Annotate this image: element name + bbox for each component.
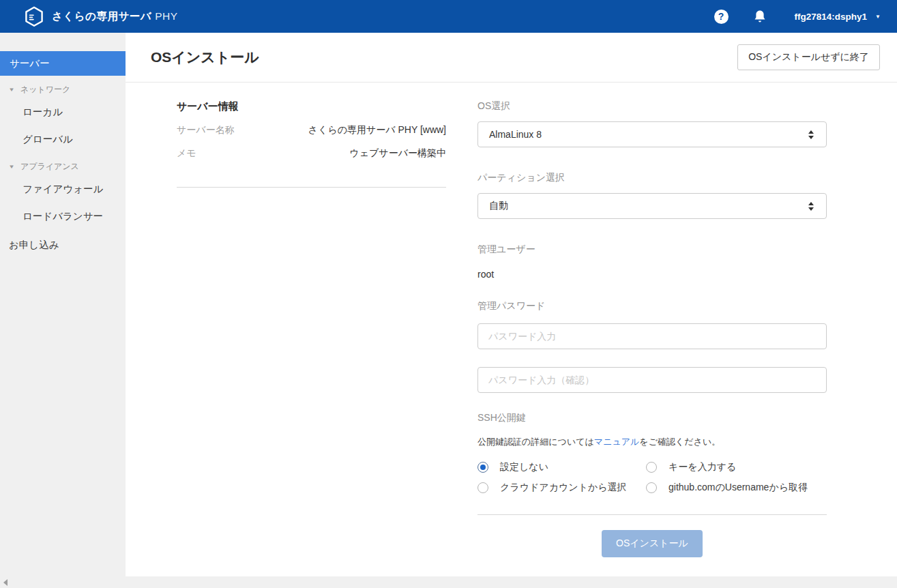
sidebar: サーバー ▼ ネットワーク ローカル グローバル ▼ アプライアンス ファイアウ… <box>0 33 126 576</box>
server-info-panel: サーバー情報 サーバー名称 さくらの専用サーバ PHY [www] メモ ウェブ… <box>177 100 446 557</box>
account-menu[interactable]: ffg27814:dsphy1 ▼ <box>795 12 881 22</box>
ssh-note-text: をご確認ください。 <box>639 437 720 447</box>
app-title: さくらの専用サーバPHY <box>52 10 178 24</box>
ssh-note-text: 公開鍵認証の詳細については <box>477 437 594 447</box>
select-spinner-icon <box>808 130 814 139</box>
sidebar-item-loadbalancer[interactable]: ロードバランサー <box>0 203 126 230</box>
server-memo-value: ウェブサーバー構築中 <box>349 147 446 160</box>
server-info-heading: サーバー情報 <box>177 100 446 113</box>
sidebar-item-label: サーバー <box>10 57 50 70</box>
ssh-option-none[interactable]: 設定しない <box>477 461 646 473</box>
sidebar-item-label: お申し込み <box>9 239 59 252</box>
password-confirm-input[interactable] <box>477 367 827 393</box>
caret-down-icon: ▼ <box>8 87 15 93</box>
scroll-left-arrow-icon[interactable] <box>3 579 8 586</box>
page-header: OSインストール OSインストールせずに終了 <box>126 33 897 83</box>
form-divider <box>477 514 827 515</box>
ssh-option-enter-key[interactable]: キーを入力する <box>646 461 827 473</box>
chevron-down-icon: ▼ <box>875 14 881 20</box>
admin-user-label: 管理ユーザー <box>477 244 827 256</box>
ssh-key-label: SSH公開鍵 <box>477 412 827 424</box>
help-icon[interactable]: ? <box>714 10 729 24</box>
ssh-key-options: 設定しない キーを入力する クラウドアカウントから選択 github.comのU… <box>477 461 827 494</box>
sidebar-item-label: ロードバランサー <box>23 210 103 223</box>
server-name-value: さくらの専用サーバ PHY [www] <box>308 124 446 136</box>
sidebar-group-label: アプライアンス <box>20 161 79 173</box>
exit-without-install-button[interactable]: OSインストールせずに終了 <box>737 44 880 70</box>
app-header: さくらの専用サーバPHY ? ffg27814:dsphy1 ▼ <box>0 0 897 33</box>
page-content: サーバー情報 サーバー名称 さくらの専用サーバ PHY [www] メモ ウェブ… <box>126 83 897 557</box>
password-input[interactable] <box>477 323 827 349</box>
app-logo[interactable] <box>25 6 44 27</box>
sidebar-item-label: グローバル <box>23 133 73 146</box>
sidebar-group-network[interactable]: ▼ ネットワーク <box>0 80 126 98</box>
caret-down-icon: ▼ <box>8 164 15 170</box>
select-spinner-icon <box>808 202 814 211</box>
sidebar-item-server[interactable]: サーバー <box>0 51 126 76</box>
ssh-option-cloud-account[interactable]: クラウドアカウントから選択 <box>477 482 646 494</box>
manual-link[interactable]: マニュアル <box>594 437 640 447</box>
sidebar-group-label: ネットワーク <box>20 84 70 95</box>
partition-select[interactable]: 自動 <box>477 193 827 219</box>
radio-icon <box>477 482 488 493</box>
os-select-label: OS選択 <box>477 100 827 113</box>
server-memo-row: メモ ウェブサーバー構築中 <box>177 147 446 160</box>
radio-label: キーを入力する <box>668 461 736 473</box>
sidebar-group-appliance[interactable]: ▼ アプライアンス <box>0 158 126 175</box>
app-title-suffix: PHY <box>155 10 177 22</box>
notification-bell-icon[interactable] <box>754 10 766 23</box>
radio-icon <box>477 462 488 473</box>
sidebar-item-order[interactable]: お申し込み <box>0 231 126 259</box>
radio-icon <box>646 462 657 473</box>
os-select[interactable]: AlmaLinux 8 <box>477 121 827 147</box>
sidebar-item-firewall[interactable]: ファイアウォール <box>0 175 126 203</box>
account-name: ffg27814:dsphy1 <box>795 12 868 22</box>
header-actions: ? ffg27814:dsphy1 ▼ <box>714 10 881 24</box>
admin-password-label: 管理パスワード <box>477 300 827 312</box>
sidebar-item-label: ローカル <box>23 106 63 119</box>
sidebar-item-label: ファイアウォール <box>23 183 103 196</box>
server-name-row: サーバー名称 さくらの専用サーバ PHY [www] <box>177 124 446 136</box>
radio-icon <box>646 482 657 493</box>
server-name-label: サーバー名称 <box>177 124 235 136</box>
radio-label: クラウドアカウントから選択 <box>500 482 627 494</box>
admin-user-value: root <box>477 269 827 280</box>
horizontal-scrollbar[interactable] <box>0 576 897 588</box>
main-area: OSインストール OSインストールせずに終了 サーバー情報 サーバー名称 さくら… <box>126 33 897 576</box>
ssh-note: 公開鍵認証の詳細についてはマニュアルをご確認ください。 <box>477 436 827 448</box>
os-install-form: OS選択 AlmaLinux 8 パーティション選択 自動 管理ユーザー roo… <box>477 100 827 557</box>
partition-select-value: 自動 <box>489 200 508 212</box>
partition-select-label: パーティション選択 <box>477 172 827 184</box>
hexagon-logo-icon <box>25 6 44 27</box>
os-install-submit-button[interactable]: OSインストール <box>602 530 703 557</box>
radio-label: 設定しない <box>500 461 548 473</box>
app-title-main: さくらの専用サーバ <box>52 10 151 22</box>
server-memo-label: メモ <box>177 147 196 160</box>
sidebar-item-global[interactable]: グローバル <box>0 126 126 153</box>
info-divider <box>177 187 446 188</box>
page-title: OSインストール <box>151 48 259 67</box>
os-select-value: AlmaLinux 8 <box>489 129 542 140</box>
radio-label: github.comのUsernameから取得 <box>668 482 808 494</box>
sidebar-item-local[interactable]: ローカル <box>0 98 126 126</box>
ssh-option-github[interactable]: github.comのUsernameから取得 <box>646 482 827 494</box>
